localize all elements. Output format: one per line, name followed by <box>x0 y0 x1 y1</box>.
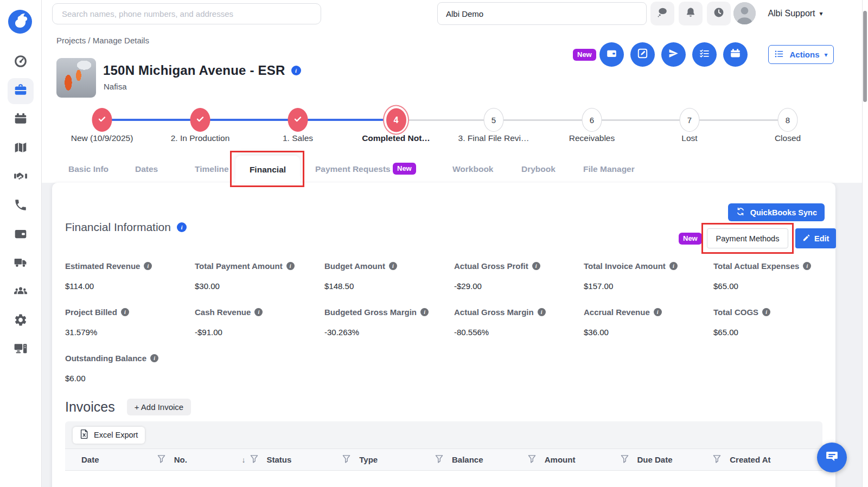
sidebar-item-phone[interactable] <box>8 193 34 219</box>
step-in-production[interactable] <box>190 108 210 132</box>
scrollbar-thumb[interactable] <box>863 11 867 102</box>
tab-timeline[interactable]: Timeline <box>195 164 229 174</box>
info-icon[interactable]: i <box>762 308 770 316</box>
sort-desc-icon[interactable]: ↓ <box>242 456 246 464</box>
info-icon[interactable]: i <box>177 222 187 232</box>
new-feature-badge: New <box>573 49 596 61</box>
financial-metrics-grid: Estimated Revenuei$114.00 Total Payment … <box>65 261 825 383</box>
tab-drybook[interactable]: Drybook <box>521 164 556 174</box>
info-icon[interactable]: i <box>286 262 295 270</box>
info-icon[interactable]: i <box>654 308 662 316</box>
new-feature-badge: New <box>393 163 416 175</box>
sidebar-item-wallet[interactable] <box>8 222 34 248</box>
filter-icon[interactable] <box>621 454 629 465</box>
metric: Total Payment Amounti$30.00 <box>195 261 324 291</box>
step-number: 5 <box>492 116 496 125</box>
chat-bubble-icon <box>825 449 839 466</box>
company-input[interactable] <box>437 2 647 25</box>
check-icon <box>98 114 107 126</box>
info-icon[interactable]: i <box>121 308 129 316</box>
tab-workbook[interactable]: Workbook <box>452 164 494 174</box>
albi-logo-icon[interactable] <box>8 10 32 34</box>
step-final-file-review[interactable]: 5 <box>484 108 504 132</box>
tab-dates[interactable]: Dates <box>135 164 158 174</box>
info-icon[interactable]: i <box>803 262 811 270</box>
chat-fab-button[interactable] <box>817 443 847 472</box>
add-invoice-button[interactable]: + Add Invoice <box>127 399 191 415</box>
tasks-button[interactable] <box>692 42 717 67</box>
quickbooks-sync-button[interactable]: QuickBooks Sync <box>728 203 825 221</box>
filter-icon[interactable] <box>157 454 165 465</box>
filter-icon[interactable] <box>250 454 258 465</box>
avatar[interactable] <box>733 2 756 24</box>
people-icon <box>14 284 28 300</box>
edit-button[interactable]: Edit <box>795 228 836 248</box>
metric: Outstanding Balancei$6.00 <box>65 353 195 383</box>
edit-project-button[interactable] <box>630 42 655 67</box>
sidebar-item-projects[interactable] <box>8 78 34 104</box>
send-button[interactable] <box>661 42 686 67</box>
page-title: 150N Michigan Avenue - ESR <box>103 63 285 78</box>
metric: Total COGSi$65.00 <box>713 307 825 337</box>
step-receivables[interactable]: 6 <box>582 108 602 132</box>
info-icon[interactable]: i <box>254 308 263 316</box>
sidebar-item-dashboard[interactable] <box>8 49 34 75</box>
info-icon[interactable]: i <box>669 262 678 270</box>
schedule-button[interactable] <box>723 42 748 67</box>
excel-export-button[interactable]: Excel Export <box>73 427 145 444</box>
tab-file-manager[interactable]: File Manager <box>583 164 635 174</box>
column-header-type: Type <box>359 454 452 465</box>
filter-icon[interactable] <box>528 454 536 465</box>
tab-financial[interactable]: Financial <box>235 156 300 183</box>
search-input[interactable] <box>52 3 321 24</box>
user-menu[interactable]: Albi Support ▾ <box>757 1 833 25</box>
calendar-icon <box>730 48 741 61</box>
handshake-icon <box>14 169 28 185</box>
filter-icon[interactable] <box>342 454 350 465</box>
payment-methods-button[interactable]: Payment Methods <box>707 228 788 248</box>
actions-button[interactable]: Actions ▾ <box>768 45 834 64</box>
metric-value: -$29.00 <box>454 281 584 291</box>
sidebar-item-map[interactable] <box>8 136 34 162</box>
invoices-table-body <box>65 471 822 487</box>
step-number: 7 <box>687 116 692 125</box>
info-icon[interactable]: i <box>389 262 397 270</box>
edit-square-icon <box>637 48 648 61</box>
sidebar-item-truck[interactable] <box>8 251 34 277</box>
filter-icon[interactable] <box>435 454 443 465</box>
info-icon[interactable]: i <box>538 308 546 316</box>
messages-button[interactable] <box>650 2 674 25</box>
payments-button[interactable] <box>599 42 624 67</box>
info-icon[interactable]: i <box>291 66 301 75</box>
tab-payment-requests[interactable]: Payment Requests <box>315 164 391 174</box>
calendar-icon <box>14 112 28 128</box>
step-label: 2. In Production <box>171 133 230 143</box>
notifications-button[interactable] <box>679 2 703 25</box>
info-icon[interactable]: i <box>144 262 152 270</box>
sidebar-item-workstation[interactable] <box>8 337 34 363</box>
step-completed-not[interactable]: 4 <box>383 105 409 135</box>
sidebar-item-handshake[interactable] <box>8 164 34 190</box>
info-icon[interactable]: i <box>150 354 158 362</box>
sidebar-item-calendar[interactable] <box>8 107 34 133</box>
sidebar-item-settings[interactable] <box>8 308 34 334</box>
breadcrumb[interactable]: Projects / Manage Details <box>56 36 149 45</box>
step-sales[interactable] <box>288 108 308 132</box>
info-icon[interactable]: i <box>420 308 429 316</box>
step-closed[interactable]: 8 <box>778 108 798 132</box>
checklist-icon <box>699 48 710 61</box>
tab-basic-info[interactable]: Basic Info <box>68 164 108 174</box>
caret-down-icon: ▾ <box>824 51 827 59</box>
filter-icon[interactable] <box>713 454 721 465</box>
time-clock-button[interactable] <box>707 2 731 25</box>
sidebar-item-team[interactable] <box>8 279 34 305</box>
info-icon[interactable]: i <box>532 262 540 270</box>
sidebar <box>0 0 42 487</box>
column-header-status: Status <box>267 454 360 465</box>
project-thumbnail[interactable] <box>56 58 96 98</box>
step-new[interactable] <box>92 108 112 132</box>
step-lost[interactable]: 7 <box>680 108 700 132</box>
paper-plane-icon <box>668 48 679 61</box>
invoices-table: Excel Export Date No.↓ Status Type Balan… <box>65 421 822 487</box>
vertical-scrollbar[interactable] <box>862 0 868 487</box>
